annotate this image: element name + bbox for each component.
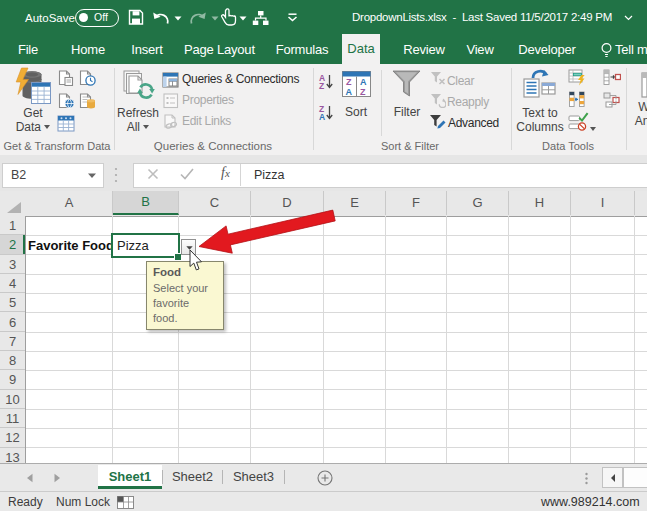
svg-text:Z: Z <box>319 81 324 91</box>
svg-text:A: A <box>319 112 325 122</box>
svg-text:A: A <box>360 77 367 87</box>
svg-text:A: A <box>346 87 353 97</box>
svg-text:Z: Z <box>360 87 366 97</box>
svg-text:Z: Z <box>346 77 352 87</box>
